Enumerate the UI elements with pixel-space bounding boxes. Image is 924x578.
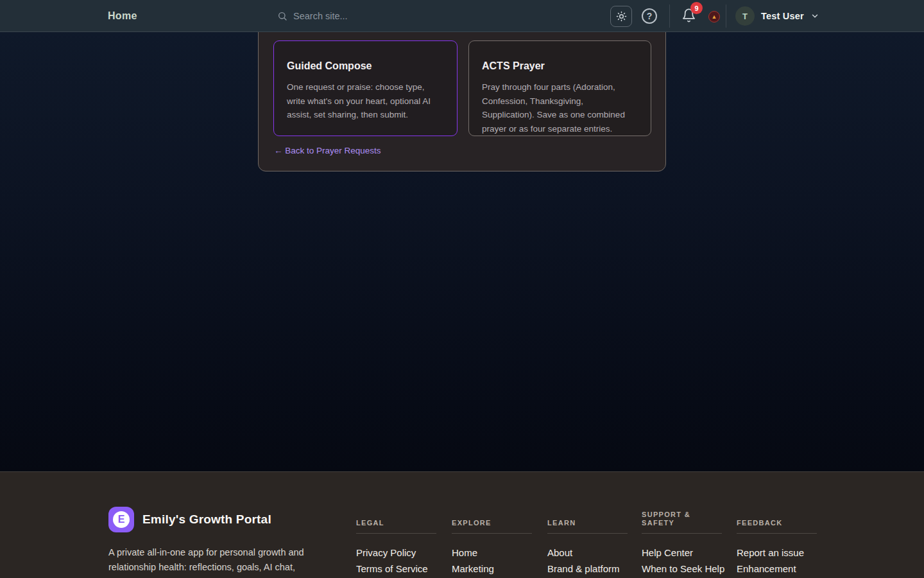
back-to-prayer-requests-link[interactable]: ← Back to Prayer Requests	[274, 146, 381, 155]
page-title: Home	[108, 10, 137, 22]
footer-link-marketing[interactable]: Marketing	[452, 561, 535, 577]
footer-link-brand-platform-vision[interactable]: Brand & platform vision	[547, 561, 631, 578]
footer-link-privacy-policy[interactable]: Privacy Policy	[356, 545, 440, 561]
footer-column-heading: LEARN	[547, 508, 631, 527]
footer-column-heading: SUPPORT & SAFETY	[642, 508, 725, 527]
option-title: Guided Compose	[287, 60, 444, 72]
sun-icon	[616, 11, 627, 22]
footer-column-heading: FEEDBACK	[737, 508, 820, 527]
option-description: Pray through four parts (Adoration, Conf…	[482, 80, 638, 136]
footer-column-rule	[547, 533, 628, 534]
footer-column-learn: LEARN About Brand & platform vision	[547, 508, 631, 578]
footer-brand: E Emily's Growth Portal	[108, 507, 271, 532]
footer-column-rule	[356, 533, 436, 534]
option-acts-prayer[interactable]: ACTS Prayer Pray through four parts (Ado…	[468, 40, 651, 136]
search-icon	[277, 11, 287, 21]
footer-link-about[interactable]: About	[547, 545, 631, 561]
brand-name: Emily's Growth Portal	[142, 512, 271, 527]
option-guided-compose[interactable]: Guided Compose One request or praise: ch…	[273, 40, 458, 136]
site-search[interactable]	[277, 8, 470, 24]
footer-link-home[interactable]: Home	[452, 545, 535, 561]
user-name: Test User	[761, 11, 804, 21]
nav-divider	[669, 4, 670, 28]
help-icon[interactable]: ?	[642, 8, 657, 24]
theme-toggle-button[interactable]	[610, 6, 632, 27]
alert-status-icon[interactable]: ▲	[708, 11, 720, 22]
chevron-down-icon	[810, 12, 819, 21]
footer-column-rule	[452, 533, 532, 534]
brand-logo-letter: E	[113, 511, 130, 528]
footer-column-heading: EXPLORE	[452, 508, 535, 527]
notifications-button[interactable]: 9	[681, 8, 698, 26]
search-input[interactable]	[293, 11, 454, 21]
brand-logo-icon: E	[108, 507, 134, 532]
prayer-compose-chooser: Guided Compose One request or praise: ch…	[258, 19, 666, 171]
footer-column-feedback: FEEDBACK Report an issue Enhancement req…	[737, 508, 820, 578]
option-description: One request or praise: choose type, writ…	[287, 80, 444, 122]
footer-column-heading: LEGAL	[356, 508, 440, 527]
option-title: ACTS Prayer	[482, 60, 638, 72]
footer-column-rule	[642, 533, 722, 534]
notification-badge: 9	[690, 2, 703, 14]
footer-column-support-safety: SUPPORT & SAFETY Help Center When to See…	[642, 508, 725, 577]
footer-link-terms-of-service[interactable]: Terms of Service	[356, 561, 440, 577]
footer-column-explore: EXPLORE Home Marketing	[452, 508, 535, 577]
brand-description: A private all-in-one app for personal gr…	[108, 545, 311, 578]
footer-link-help-center[interactable]: Help Center	[642, 545, 725, 561]
footer-link-enhancement-request[interactable]: Enhancement request	[737, 561, 820, 578]
nav-divider	[726, 4, 726, 28]
avatar: T	[735, 6, 755, 26]
user-menu[interactable]: T Test User	[735, 6, 819, 26]
top-nav: Home ? 9 ▲ T Test User	[0, 0, 924, 32]
footer-link-when-to-seek-help[interactable]: When to Seek Help	[642, 561, 725, 577]
footer-column-legal: LEGAL Privacy Policy Terms of Service	[356, 508, 440, 577]
footer: E Emily's Growth Portal A private all-in…	[0, 471, 924, 578]
footer-link-report-an-issue[interactable]: Report an issue	[737, 545, 820, 561]
footer-column-rule	[737, 533, 817, 534]
